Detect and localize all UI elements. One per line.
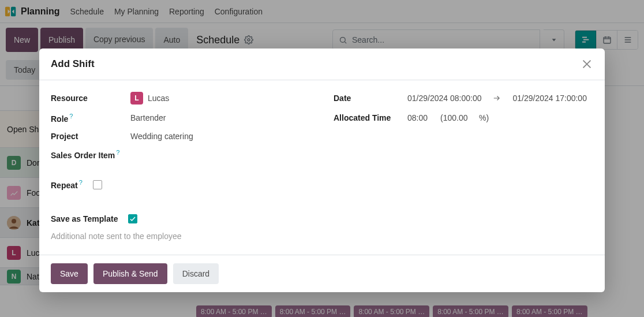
arrow-right-icon [493,94,501,102]
help-icon[interactable]: ? [69,113,73,120]
date-start[interactable]: 01/29/2024 08:00:00 [407,94,481,103]
note-input[interactable]: Additional note sent to the employee [51,232,593,241]
field-date[interactable]: Date 01/29/2024 08:00:00 01/29/2024 17:0… [334,92,593,105]
close-icon[interactable] [581,58,593,70]
field-resource[interactable]: Resource L Lucas [51,92,310,105]
help-icon[interactable]: ? [116,149,119,156]
modal-overlay: Add Shift Resource L Lucas Date 01/29/20… [0,0,644,317]
date-end[interactable]: 01/29/2024 17:00:00 [512,94,586,103]
field-project[interactable]: Project Wedding catering [51,132,310,141]
resource-chip: L [130,92,143,105]
field-repeat[interactable]: Repeat? [51,179,593,190]
help-icon[interactable]: ? [79,179,83,186]
field-sales-order-item[interactable]: Sales Order Item? [51,149,310,160]
field-save-template[interactable]: Save as Template [51,214,593,223]
field-allocated-time[interactable]: Allocated Time 08:00 (100.00 %) [334,113,593,124]
modal-title: Add Shift [51,58,95,70]
add-shift-modal: Add Shift Resource L Lucas Date 01/29/20… [39,49,605,292]
discard-button[interactable]: Discard [173,263,219,284]
publish-send-button[interactable]: Publish & Send [93,263,167,284]
save-template-checkbox[interactable] [128,214,137,223]
alloc-hours[interactable]: 08:00 [407,113,428,122]
repeat-checkbox[interactable] [93,180,102,189]
resource-name: Lucas [148,94,169,103]
save-button[interactable]: Save [51,263,88,284]
field-role[interactable]: Role? Bartender [51,113,310,124]
